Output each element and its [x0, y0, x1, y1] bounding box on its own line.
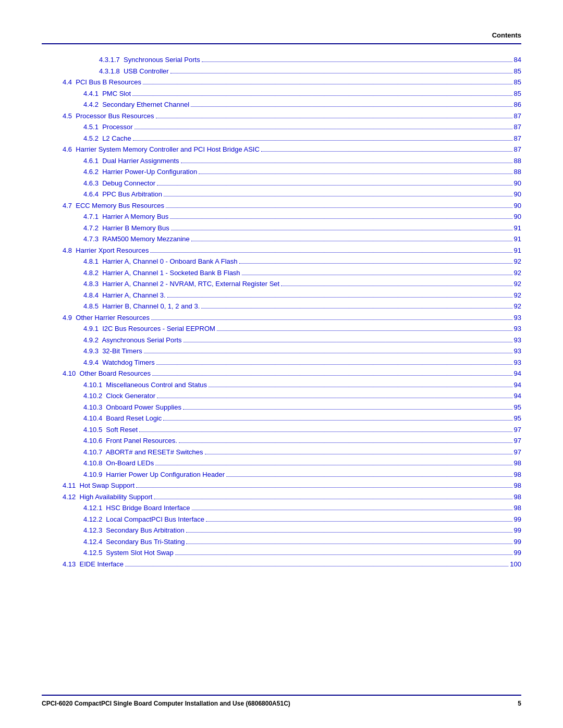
toc-label[interactable]: 4.8 Harrier Xport Resources: [63, 245, 149, 256]
toc-entry: 4.7 ECC Memory Bus Resources90: [42, 201, 521, 211]
toc-label[interactable]: 4.8.3 Harrier A, Channel 2 - NVRAM, RTC,…: [83, 279, 279, 289]
toc-label[interactable]: 4.3.1.8 USB Controller: [99, 66, 169, 77]
toc-dots: [202, 61, 512, 62]
toc-entry: 4.10.7 ABORT# and RESET# Switches97: [42, 447, 521, 458]
toc-label[interactable]: 4.10.1 Miscellaneous Control and Status: [83, 380, 207, 390]
toc-dots: [191, 241, 512, 241]
toc-dots: [183, 342, 512, 342]
toc-entry: 4.7.3 RAM500 Memory Mezzanine91: [42, 234, 521, 244]
toc-label[interactable]: 4.10.2 Clock Generator: [83, 391, 155, 401]
toc-label[interactable]: 4.9.1 I2C Bus Resources - Serial EEPROM: [83, 324, 215, 334]
toc-page: 95: [514, 402, 521, 413]
toc-page: 86: [514, 100, 521, 110]
toc-dots: [179, 442, 512, 443]
toc-label[interactable]: 4.8.1 Harrier A, Channel 0 - Onboard Ban…: [83, 256, 238, 267]
toc-dots: [171, 230, 512, 230]
toc-entry: 4.6.1 Dual Harrier Assignments88: [42, 156, 521, 166]
toc-label[interactable]: 4.10.6 Front Panel Resources.: [83, 436, 177, 446]
toc-label[interactable]: 4.13 EIDE Interface: [63, 559, 124, 570]
toc-label[interactable]: 4.10.7 ABORT# and RESET# Switches: [83, 447, 203, 458]
toc-label[interactable]: 4.7.3 RAM500 Memory Mezzanine: [83, 234, 190, 244]
footer-left: CPCI-6020 CompactPCI Single Board Comput…: [42, 700, 290, 707]
toc-entry: 4.10.2 Clock Generator94: [42, 391, 521, 401]
toc-label[interactable]: 4.12.2 Local CompactPCI Bus Interface: [83, 514, 204, 525]
toc-entry: 4.3.1.7 Synchronous Serial Ports84: [42, 55, 521, 65]
toc-label[interactable]: 4.10.9 Harrier Power Up Configuration He…: [83, 470, 225, 480]
toc-label[interactable]: 4.12.3 Secondary Bus Arbitration: [83, 525, 185, 536]
toc-entry: 4.4.1 PMC Slot85: [42, 89, 521, 99]
toc-dots: [155, 465, 512, 465]
toc-label[interactable]: 4.6.1 Dual Harrier Assignments: [83, 156, 179, 166]
toc-dots: [183, 409, 512, 410]
toc-label[interactable]: 4.12.4 Secondary Bus Tri-Stating: [83, 537, 185, 547]
toc-dots: [133, 140, 512, 141]
toc-label[interactable]: 4.7 ECC Memory Bus Resources: [63, 201, 164, 211]
header-title: Contents: [492, 31, 521, 39]
toc-page: 87: [514, 122, 521, 132]
toc-label[interactable]: 4.6.2 Harrier Power-Up Configuration: [83, 167, 197, 177]
toc-entry: 4.12.4 Secondary Bus Tri-Stating99: [42, 537, 521, 547]
toc-label[interactable]: 4.5 Processor Bus Resources: [63, 111, 154, 121]
toc-page: 88: [514, 156, 521, 166]
toc-label[interactable]: 4.6.4 PPC Bus Arbitration: [83, 189, 162, 200]
toc-dots: [157, 185, 512, 186]
toc-dots: [125, 566, 508, 566]
toc-page: 93: [514, 313, 521, 323]
toc-label[interactable]: 4.4.2 Secondary Ethernet Channel: [83, 100, 189, 110]
toc-label[interactable]: 4.10.3 Onboard Power Supplies: [83, 402, 181, 413]
toc-label[interactable]: 4.9.2 Asynchronous Serial Ports: [83, 335, 182, 346]
toc-page: 87: [514, 144, 521, 155]
toc-entry: 4.5.1 Processor87: [42, 122, 521, 132]
toc-dots: [156, 364, 512, 365]
toc-entry: 4.8 Harrier Xport Resources91: [42, 245, 521, 256]
toc-page: 93: [514, 335, 521, 346]
toc-label[interactable]: 4.8.2 Harrier A, Channel 1 - Socketed Ba…: [83, 268, 240, 278]
toc-label[interactable]: 4.4.1 PMC Slot: [83, 89, 131, 99]
toc-entry: 4.8.4 Harrier A, Channel 3.92: [42, 290, 521, 301]
toc-entry: 4.6.2 Harrier Power-Up Configuration88: [42, 167, 521, 177]
toc-label[interactable]: 4.4 PCI Bus B Resources: [63, 77, 141, 88]
toc-entry: 4.8.2 Harrier A, Channel 1 - Socketed Ba…: [42, 268, 521, 278]
toc-label[interactable]: 4.12.5 System Slot Hot Swap: [83, 548, 174, 558]
toc-page: 97: [514, 425, 521, 435]
toc-page: 99: [514, 514, 521, 525]
toc-page: 97: [514, 447, 521, 458]
toc-label[interactable]: 4.8.4 Harrier A, Channel 3.: [83, 290, 166, 301]
toc-entry: 4.7.2 Harrier B Memory Bus91: [42, 223, 521, 233]
toc-label[interactable]: 4.12.1 HSC Bridge Board Interface: [83, 503, 190, 513]
toc-label[interactable]: 4.6.3 Debug Connector: [83, 178, 155, 189]
toc-page: 88: [514, 167, 521, 177]
toc-label[interactable]: 4.9 Other Harrier Resources: [63, 313, 150, 323]
toc-label[interactable]: 4.7.2 Harrier B Memory Bus: [83, 223, 169, 233]
toc-entry: 4.12.3 Secondary Bus Arbitration99: [42, 525, 521, 536]
toc-entry: 4.10.1 Miscellaneous Control and Status9…: [42, 380, 521, 390]
toc-entry: 4.4 PCI Bus B Resources85: [42, 77, 521, 88]
toc-entry: 4.10.8 On-Board LEDs98: [42, 458, 521, 468]
toc-label[interactable]: 4.10 Other Board Resources: [63, 368, 151, 379]
toc-label[interactable]: 4.3.1.7 Synchronous Serial Ports: [99, 55, 200, 65]
toc-label[interactable]: 4.5.2 L2 Cache: [83, 133, 131, 144]
toc-label[interactable]: 4.9.4 Watchdog Timers: [83, 357, 155, 368]
toc-label[interactable]: 4.10.4 Board Reset Logic: [83, 413, 162, 424]
toc-entry: 4.5.2 L2 Cache87: [42, 133, 521, 144]
toc-label[interactable]: 4.12 High Availability Support: [63, 492, 152, 502]
toc-label[interactable]: 4.7.1 Harrier A Memory Bus: [83, 212, 168, 222]
toc-entry: 4.9 Other Harrier Resources93: [42, 313, 521, 323]
toc-page: 99: [514, 548, 521, 558]
toc-dots: [144, 353, 512, 353]
toc-dots: [166, 207, 512, 208]
toc-label[interactable]: 4.8.5 Harrier B, Channel 0, 1, 2 and 3.: [83, 301, 200, 312]
toc-label[interactable]: 4.10.5 Soft Reset: [83, 425, 138, 435]
toc-label[interactable]: 4.6 Harrier System Memory Controller and…: [63, 144, 260, 155]
toc-label[interactable]: 4.11 Hot Swap Support: [63, 480, 134, 491]
page: Contents 4.3.1.7 Synchronous Serial Port…: [0, 0, 563, 728]
toc-dots: [281, 286, 512, 286]
toc-page: 100: [510, 559, 521, 570]
toc-label[interactable]: 4.9.3 32-Bit Timers: [83, 346, 142, 356]
toc-label[interactable]: 4.5.1 Processor: [83, 122, 133, 132]
toc-page: 92: [514, 268, 521, 278]
toc-dots: [139, 431, 512, 432]
toc-label[interactable]: 4.10.8 On-Board LEDs: [83, 458, 154, 468]
toc-dots: [186, 532, 512, 533]
toc-page: 85: [514, 66, 521, 77]
